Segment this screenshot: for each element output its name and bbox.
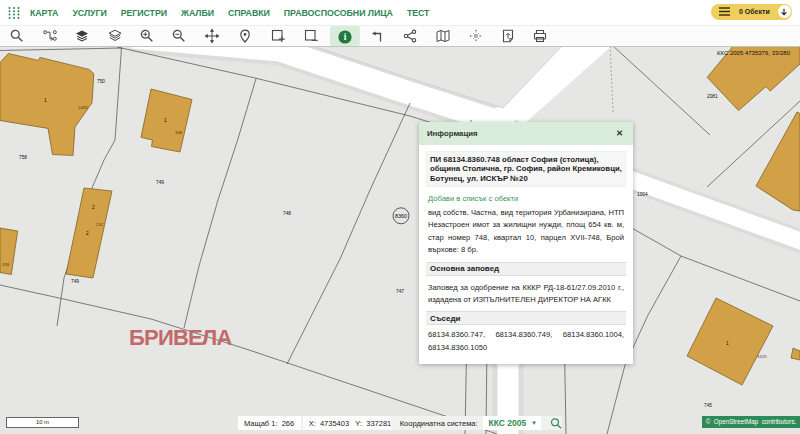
svg-text:308: 308 <box>175 130 183 135</box>
svg-text:ККС 2005 4735376, 33/280: ККС 2005 4735376, 33/280 <box>717 50 791 56</box>
svg-text:748: 748 <box>283 211 291 216</box>
svg-text:750: 750 <box>97 79 105 84</box>
svg-text:244К: 244К <box>78 105 88 110</box>
svg-text:1004: 1004 <box>637 192 648 197</box>
svg-text:758: 758 <box>19 155 27 160</box>
svg-text:2: 2 <box>92 205 95 210</box>
svg-text:2: 2 <box>86 231 89 236</box>
svg-text:747: 747 <box>396 289 404 294</box>
svg-text:1: 1 <box>164 118 167 123</box>
svg-text:1: 1 <box>726 341 729 346</box>
svg-text:8360: 8360 <box>395 213 407 219</box>
svg-text:312К: 312К <box>757 354 767 359</box>
svg-text:23С: 23С <box>96 222 104 227</box>
svg-text:318: 318 <box>2 262 10 267</box>
svg-text:749: 749 <box>156 180 164 185</box>
svg-text:БРИВЕЛА: БРИВЕЛА <box>129 325 232 350</box>
svg-text:749: 749 <box>71 279 79 284</box>
svg-text:2081: 2081 <box>707 94 718 99</box>
svg-text:745: 745 <box>704 403 712 408</box>
svg-text:i: i <box>344 32 347 42</box>
svg-text:1: 1 <box>44 98 47 103</box>
